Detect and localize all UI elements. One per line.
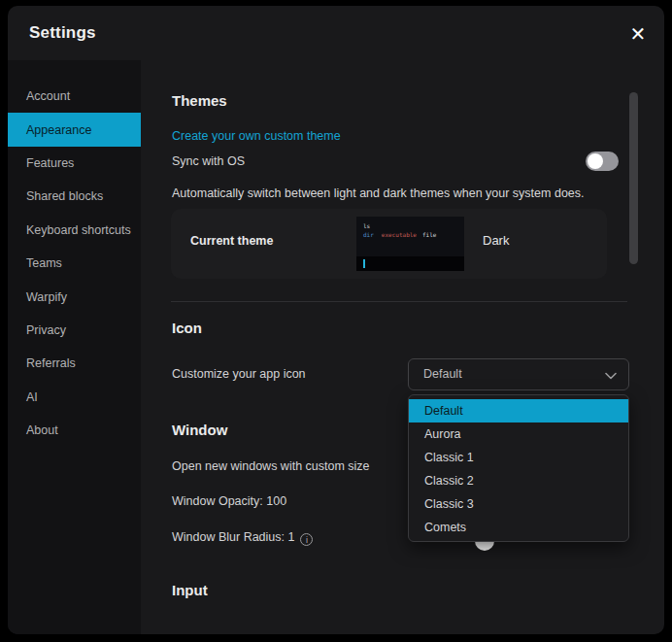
dialog-header: Settings ✕ <box>8 6 664 60</box>
current-theme-card: Current theme ls direxecutablefile Dark <box>171 209 607 279</box>
toggle-knob <box>588 153 603 169</box>
sidebar-item-appearance[interactable]: Appearance <box>8 113 141 146</box>
terminal-cursor <box>363 259 365 268</box>
dropdown-option-default[interactable]: Default <box>409 399 628 422</box>
window-heading: Window <box>172 422 227 438</box>
dropdown-option-classic-1[interactable]: Classic 1 <box>409 446 628 469</box>
custom-size-label: Open new windows with custom size <box>172 459 370 473</box>
info-icon[interactable]: i <box>300 533 313 546</box>
sidebar-item-ai[interactable]: AI <box>8 381 141 414</box>
dropdown-option-comets[interactable]: Comets <box>409 516 628 539</box>
window-blur-text: Window Blur Radius: 1 <box>172 530 294 544</box>
page-title: Settings <box>29 23 96 43</box>
sidebar-item-warpify[interactable]: Warpify <box>8 280 141 313</box>
app-icon-select[interactable]: Default <box>408 358 629 390</box>
themes-heading: Themes <box>172 92 227 109</box>
chevron-down-icon <box>605 372 617 380</box>
current-theme-label: Current theme <box>190 234 273 248</box>
sync-with-os-label: Sync with OS <box>172 154 245 168</box>
input-heading: Input <box>172 582 208 598</box>
preview-executable-token: executable <box>374 231 422 238</box>
dropdown-option-classic-2[interactable]: Classic 2 <box>409 469 628 492</box>
preview-dir-token: dir <box>363 231 374 238</box>
settings-content: Themes Create your own custom theme Sync… <box>141 60 664 634</box>
section-divider <box>171 301 627 302</box>
sidebar-item-teams[interactable]: Teams <box>8 247 141 280</box>
dropdown-option-aurora[interactable]: Aurora <box>409 422 628 446</box>
sidebar-item-about[interactable]: About <box>8 414 141 447</box>
vertical-scrollbar-thumb[interactable] <box>629 92 638 264</box>
settings-dialog: Settings ✕ Account Appearance Features S… <box>8 6 664 634</box>
app-icon-select-value: Default <box>423 367 462 381</box>
dropdown-option-classic-3[interactable]: Classic 3 <box>409 492 628 516</box>
sidebar: Account Appearance Features Shared block… <box>8 60 141 634</box>
create-custom-theme-link[interactable]: Create your own custom theme <box>172 129 341 143</box>
window-blur-label: Window Blur Radius: 1i <box>172 530 313 546</box>
customize-app-icon-label: Customize your app icon <box>172 367 306 381</box>
sync-with-os-toggle[interactable] <box>586 152 619 171</box>
sidebar-item-features[interactable]: Features <box>8 147 141 180</box>
icon-heading: Icon <box>172 320 202 336</box>
theme-preview-inputbar <box>356 256 464 271</box>
preview-file-token: file <box>422 231 436 238</box>
theme-preview-thumbnail: ls direxecutablefile <box>356 217 464 271</box>
sidebar-item-shared-blocks[interactable]: Shared blocks <box>8 180 141 213</box>
app-icon-dropdown: Default Aurora Classic 1 Classic 2 Class… <box>408 394 629 542</box>
theme-preview-terminal: ls direxecutablefile <box>356 217 464 256</box>
sidebar-item-keyboard-shortcuts[interactable]: Keyboard shortcuts <box>8 214 141 247</box>
sidebar-item-account[interactable]: Account <box>8 80 141 113</box>
sync-description: Automatically switch between light and d… <box>172 186 585 200</box>
current-theme-value: Dark <box>483 233 509 248</box>
sidebar-item-privacy[interactable]: Privacy <box>8 314 141 347</box>
preview-command: ls <box>363 222 370 229</box>
sidebar-item-referrals[interactable]: Referrals <box>8 347 141 380</box>
close-icon[interactable]: ✕ <box>623 19 653 49</box>
window-opacity-label: Window Opacity: 100 <box>172 494 286 508</box>
